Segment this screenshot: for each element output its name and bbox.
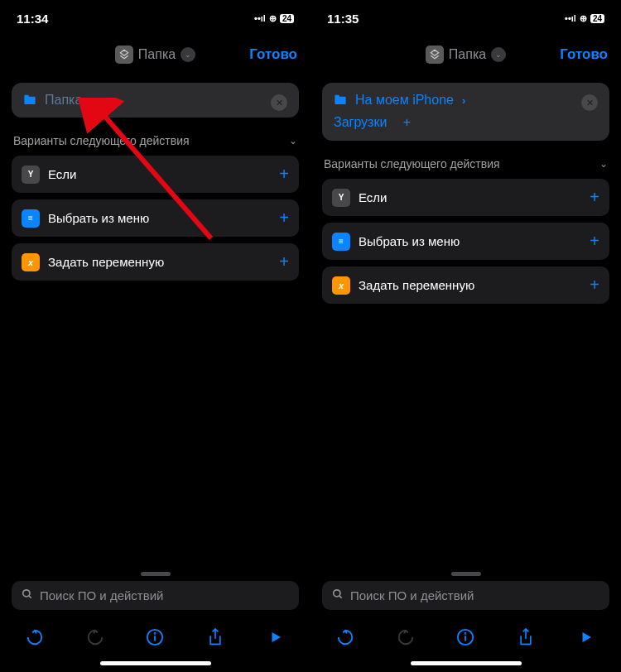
share-button[interactable] bbox=[508, 619, 544, 655]
chevron-down-icon: ⌄ bbox=[289, 135, 297, 146]
play-button[interactable] bbox=[568, 619, 604, 655]
header: Папка ⌄ Готово bbox=[0, 36, 310, 73]
drawer-grabber[interactable] bbox=[451, 572, 481, 576]
share-button[interactable] bbox=[197, 619, 233, 655]
suggestions-list: Y Если + ≡ Выбрать из меню + x Задать пе… bbox=[322, 179, 609, 304]
info-button[interactable] bbox=[447, 619, 484, 655]
svg-line-1 bbox=[29, 596, 31, 598]
path-segment[interactable]: Загрузки bbox=[334, 115, 387, 130]
suggestions-list: Y Если + ≡ Выбрать из меню + x Задать пе… bbox=[12, 156, 299, 281]
network-icon: ⊕ bbox=[269, 13, 277, 24]
search-input[interactable]: Поиск ПО и действий bbox=[12, 581, 299, 610]
search-icon bbox=[22, 588, 33, 602]
section-title: Варианты следующего действия bbox=[324, 157, 500, 170]
done-button[interactable]: Готово bbox=[560, 46, 608, 63]
clear-button[interactable]: ✕ bbox=[271, 94, 287, 111]
svg-point-9 bbox=[465, 633, 466, 634]
suggestion-if[interactable]: Y Если + bbox=[322, 179, 609, 216]
section-header[interactable]: Варианты следующего действия ⌄ bbox=[12, 131, 299, 156]
done-button[interactable]: Готово bbox=[249, 46, 297, 63]
toolbar bbox=[0, 617, 310, 658]
shortcut-icon bbox=[426, 46, 444, 64]
status-time: 11:34 bbox=[17, 12, 48, 26]
svg-point-0 bbox=[23, 590, 30, 597]
home-indicator[interactable] bbox=[100, 661, 211, 665]
folder-placeholder-text: Папка bbox=[45, 93, 82, 108]
battery-badge: 24 bbox=[590, 14, 604, 23]
drawer-grabber[interactable] bbox=[141, 572, 171, 576]
suggestion-label: Задать переменную bbox=[48, 255, 271, 269]
suggestion-label: Задать переменную bbox=[359, 278, 581, 292]
variable-icon: x bbox=[22, 253, 40, 271]
chevron-down-icon[interactable]: ⌄ bbox=[491, 47, 506, 62]
header-title-group[interactable]: Папка ⌄ bbox=[115, 46, 195, 64]
menu-icon: ≡ bbox=[22, 209, 40, 228]
add-icon[interactable]: + bbox=[279, 209, 289, 228]
path-segment[interactable]: На моем iPhone bbox=[355, 93, 454, 108]
path-row-2[interactable]: Загрузки + bbox=[334, 114, 415, 131]
add-icon[interactable]: + bbox=[590, 276, 599, 295]
suggestion-label: Выбрать из меню bbox=[48, 211, 271, 225]
redo-button bbox=[388, 619, 424, 655]
folder-action-block[interactable]: На моем iPhone › Загрузки + ✕ bbox=[322, 83, 609, 141]
shortcut-icon bbox=[115, 46, 133, 64]
suggestion-label: Если bbox=[48, 167, 271, 181]
search-placeholder: Поиск ПО и действий bbox=[40, 588, 163, 602]
svg-point-4 bbox=[155, 633, 156, 634]
menu-icon: ≡ bbox=[332, 233, 350, 251]
signal-icon: ••ıl bbox=[565, 13, 576, 23]
svg-point-5 bbox=[334, 590, 340, 597]
add-icon[interactable]: + bbox=[279, 252, 289, 271]
status-bar: 11:34 ••ıl ⊕ 24 bbox=[0, 0, 310, 36]
content: Папка ✕ Варианты следующего действия ⌄ Y… bbox=[0, 73, 310, 567]
signal-icon: ••ıl bbox=[254, 13, 266, 23]
header-title: Папка bbox=[138, 47, 176, 62]
add-path-icon[interactable]: + bbox=[398, 114, 415, 131]
play-button[interactable] bbox=[258, 619, 294, 655]
section-header[interactable]: Варианты следующего действия ⌄ bbox=[322, 154, 609, 179]
section-title: Варианты следующего действия bbox=[13, 134, 190, 147]
chevron-down-icon: ⌄ bbox=[599, 158, 608, 170]
chevron-down-icon[interactable]: ⌄ bbox=[181, 47, 195, 62]
folder-icon bbox=[23, 94, 36, 108]
clear-button[interactable]: ✕ bbox=[581, 94, 598, 111]
info-button[interactable] bbox=[137, 619, 173, 655]
status-time: 11:35 bbox=[327, 12, 359, 26]
header-title: Папка bbox=[449, 47, 486, 62]
header-title-group[interactable]: Папка ⌄ bbox=[426, 46, 506, 64]
undo-button[interactable] bbox=[17, 619, 53, 655]
suggestion-menu[interactable]: ≡ Выбрать из меню + bbox=[12, 199, 299, 237]
battery-badge: 24 bbox=[280, 14, 294, 23]
suggestion-variable[interactable]: x Задать переменную + bbox=[322, 266, 609, 304]
left-screen: 11:34 ••ıl ⊕ 24 Папка ⌄ Готово Папка ✕ В… bbox=[0, 0, 310, 672]
variable-icon: x bbox=[332, 276, 350, 295]
add-icon[interactable]: + bbox=[590, 232, 599, 251]
toolbar bbox=[310, 617, 621, 658]
add-icon[interactable]: + bbox=[279, 165, 289, 184]
home-indicator[interactable] bbox=[411, 661, 522, 665]
status-icons: ••ıl ⊕ 24 bbox=[565, 13, 604, 24]
suggestion-if[interactable]: Y Если + bbox=[12, 156, 299, 193]
header: Папка ⌄ Готово bbox=[310, 36, 621, 73]
chevron-right-icon: › bbox=[462, 94, 465, 107]
network-icon: ⊕ bbox=[580, 13, 587, 24]
suggestion-variable[interactable]: x Задать переменную + bbox=[12, 243, 299, 281]
status-bar: 11:35 ••ıl ⊕ 24 bbox=[310, 0, 621, 36]
if-icon: Y bbox=[22, 166, 40, 184]
right-screen: 11:35 ••ıl ⊕ 24 Папка ⌄ Готово На моем i… bbox=[310, 0, 621, 672]
folder-action-block[interactable]: Папка ✕ bbox=[12, 83, 299, 118]
search-icon bbox=[332, 588, 344, 602]
suggestion-label: Выбрать из меню bbox=[359, 234, 581, 248]
content: На моем iPhone › Загрузки + ✕ Варианты с… bbox=[310, 73, 621, 567]
add-icon[interactable]: + bbox=[590, 188, 599, 207]
search-placeholder: Поиск ПО и действий bbox=[350, 588, 474, 602]
undo-button[interactable] bbox=[327, 619, 363, 655]
redo-button bbox=[77, 619, 113, 655]
path-row-1[interactable]: На моем iPhone › bbox=[334, 93, 465, 108]
suggestion-label: Если bbox=[359, 190, 581, 204]
svg-line-6 bbox=[339, 596, 342, 598]
suggestion-menu[interactable]: ≡ Выбрать из меню + bbox=[322, 223, 609, 260]
if-icon: Y bbox=[332, 189, 350, 207]
status-icons: ••ıl ⊕ 24 bbox=[254, 13, 294, 24]
search-input[interactable]: Поиск ПО и действий bbox=[322, 581, 609, 610]
